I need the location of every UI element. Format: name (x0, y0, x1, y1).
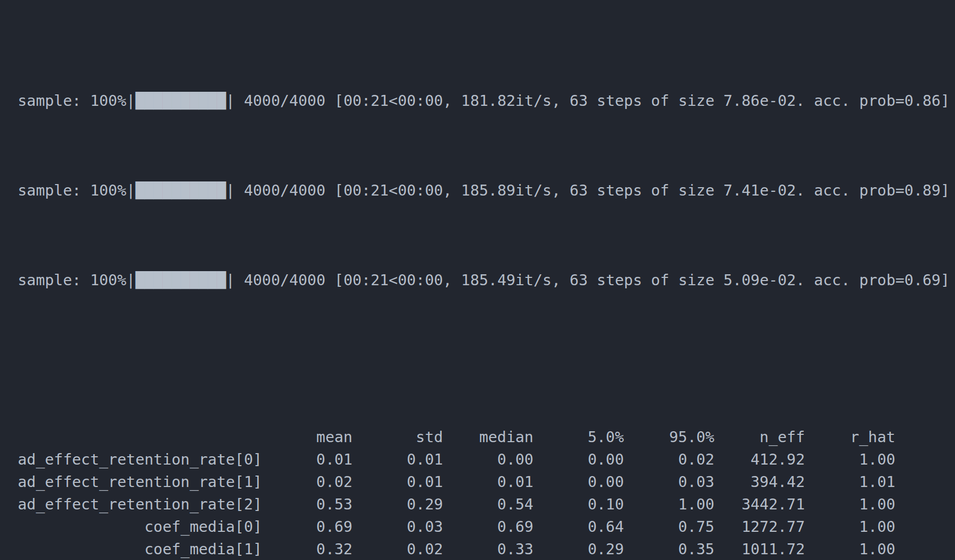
progress-section: sample: 100%|██████████| 4000/4000 [00:2… (18, 45, 955, 314)
value-cell: 0.02 (624, 448, 714, 471)
table-row: ad_effect_retention_rate[1]0.020.010.010… (18, 471, 896, 493)
column-header-95-0: 95.0% (624, 426, 714, 448)
progress-stats: 4000/4000 [00:21<00:00, 181.82it/s, 63 s… (235, 92, 950, 109)
progress-label: sample: 100% (18, 181, 126, 199)
terminal-screen[interactable]: sample: 100%|██████████| 4000/4000 [00:2… (0, 0, 955, 560)
progress-stats: 4000/4000 [00:21<00:00, 185.49it/s, 63 s… (235, 271, 950, 289)
value-cell: 0.53 (262, 493, 352, 516)
progress-line: sample: 100%|██████████| 4000/4000 [00:2… (18, 90, 955, 112)
table-row: coef_media[1]0.320.020.330.290.351011.72… (18, 538, 896, 560)
value-cell: 394.42 (714, 471, 805, 493)
value-cell: 1.00 (805, 448, 895, 471)
column-header-5-0: 5.0% (533, 426, 624, 448)
progress-bar-left-delimiter: | (126, 92, 135, 109)
value-cell: 0.03 (352, 516, 443, 538)
progress-line: sample: 100%|██████████| 4000/4000 [00:2… (18, 269, 955, 291)
value-cell: 0.29 (352, 493, 443, 516)
value-cell: 0.02 (352, 538, 443, 560)
value-cell: 0.00 (533, 471, 624, 493)
progress-bar-right-delimiter: | (226, 92, 235, 109)
progress-label: sample: 100% (18, 92, 126, 109)
value-cell: 1.00 (805, 538, 895, 560)
value-cell: 0.69 (262, 516, 352, 538)
value-cell: 1011.72 (714, 538, 805, 560)
value-cell: 0.00 (443, 448, 533, 471)
value-cell: 0.10 (533, 493, 624, 516)
value-cell: 0.75 (624, 516, 714, 538)
column-header-r-hat: r_hat (805, 426, 895, 448)
progress-bar-fill: ██████████ (135, 92, 225, 109)
value-cell: 0.33 (443, 538, 533, 560)
value-cell: 1272.77 (714, 516, 805, 538)
param-column-header (18, 426, 262, 448)
param-name: coef_media[1] (18, 538, 262, 560)
progress-bar-left-delimiter: | (126, 181, 135, 199)
column-header-mean: mean (262, 426, 352, 448)
value-cell: 0.32 (262, 538, 352, 560)
value-cell: 412.92 (714, 448, 805, 471)
param-name: ad_effect_retention_rate[0] (18, 448, 262, 471)
blank-line (18, 359, 955, 381)
value-cell: 0.01 (443, 471, 533, 493)
value-cell: 0.01 (352, 448, 443, 471)
progress-bar-right-delimiter: | (226, 271, 235, 289)
value-cell: 0.01 (352, 471, 443, 493)
value-cell: 0.01 (262, 448, 352, 471)
progress-line: sample: 100%|██████████| 4000/4000 [00:2… (18, 179, 955, 202)
table-row: ad_effect_retention_rate[0]0.010.010.000… (18, 448, 896, 471)
column-header-median: median (443, 426, 533, 448)
summary-table: meanstdmedian5.0%95.0%n_effr_hat ad_effe… (18, 426, 896, 560)
value-cell: 0.29 (533, 538, 624, 560)
progress-bar-left-delimiter: | (126, 271, 135, 289)
progress-stats: 4000/4000 [00:21<00:00, 185.89it/s, 63 s… (235, 181, 950, 199)
value-cell: 0.69 (443, 516, 533, 538)
value-cell: 1.01 (805, 471, 895, 493)
value-cell: 1.00 (624, 493, 714, 516)
value-cell: 1.00 (805, 516, 895, 538)
value-cell: 0.00 (533, 448, 624, 471)
value-cell: 0.03 (624, 471, 714, 493)
param-name: ad_effect_retention_rate[2] (18, 493, 262, 516)
value-cell: 0.02 (262, 471, 352, 493)
value-cell: 0.64 (533, 516, 624, 538)
value-cell: 3442.71 (714, 493, 805, 516)
table-row: ad_effect_retention_rate[2]0.530.290.540… (18, 493, 896, 516)
value-cell: 0.35 (624, 538, 714, 560)
table-row: coef_media[0]0.690.030.690.640.751272.77… (18, 516, 896, 538)
param-name: coef_media[0] (18, 516, 262, 538)
param-name: ad_effect_retention_rate[1] (18, 471, 262, 493)
value-cell: 1.00 (805, 493, 895, 516)
column-header-std: std (352, 426, 443, 448)
progress-bar-fill: ██████████ (135, 271, 225, 289)
progress-label: sample: 100% (18, 271, 126, 289)
progress-bar-fill: ██████████ (135, 181, 225, 199)
value-cell: 0.54 (443, 493, 533, 516)
column-header-n-eff: n_eff (714, 426, 805, 448)
summary-header-row: meanstdmedian5.0%95.0%n_effr_hat (18, 426, 896, 448)
progress-bar-right-delimiter: | (226, 181, 235, 199)
